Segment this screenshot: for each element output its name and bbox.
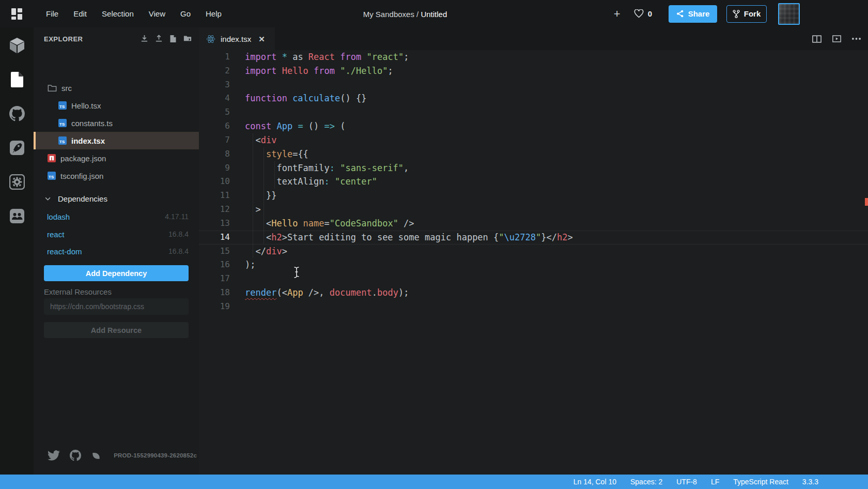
- rail-live-button[interactable]: [8, 207, 26, 225]
- build-id: PROD-1552990439-2620852c: [114, 452, 197, 459]
- tree-item-index-tsx[interactable]: TS index.tsx: [34, 132, 199, 149]
- code-line[interactable]: 2import Hello from "./Hello";: [199, 64, 868, 78]
- line-number: 12: [199, 203, 230, 217]
- new-file-button[interactable]: [169, 35, 177, 43]
- dependency-version: 4.17.11: [165, 212, 189, 221]
- spectrum-icon: [91, 450, 101, 461]
- add-dependency-button[interactable]: Add Dependency: [44, 265, 189, 281]
- more-actions-button[interactable]: [852, 38, 861, 40]
- app-menu-icon[interactable]: [11, 8, 23, 20]
- tree-item-constants-ts[interactable]: TS constants.ts: [34, 114, 199, 132]
- code-line[interactable]: 12 >: [199, 203, 868, 217]
- share-icon: [676, 10, 684, 18]
- code-line[interactable]: 5: [199, 105, 868, 119]
- code-line[interactable]: 13 <Hello name="CodeSandbox" />: [199, 217, 868, 231]
- code-line[interactable]: 19: [199, 300, 868, 314]
- menu-go[interactable]: Go: [180, 9, 191, 18]
- code-line[interactable]: 7 <div: [199, 133, 868, 147]
- eol-setting[interactable]: LF: [711, 478, 719, 486]
- spectrum-link[interactable]: [91, 450, 101, 461]
- menu-view[interactable]: View: [149, 9, 165, 18]
- rail-project-info-button[interactable]: [8, 37, 26, 54]
- code-line[interactable]: 11 }}: [199, 189, 868, 203]
- external-resource-input[interactable]: [44, 298, 189, 315]
- indent-guide: [264, 147, 264, 244]
- language-mode[interactable]: TypeScript React: [733, 478, 788, 486]
- editor-pane: index.tsx ✕: [199, 27, 868, 475]
- line-text: );: [245, 258, 255, 272]
- menu-help[interactable]: Help: [206, 9, 222, 18]
- download-sandbox-button[interactable]: [141, 35, 148, 43]
- rail-github-button[interactable]: [8, 105, 26, 123]
- preview-window-icon: [832, 35, 841, 42]
- code-line[interactable]: 14 <h2>Start editing to see some magic h…: [199, 231, 868, 244]
- heart-icon: [634, 9, 644, 18]
- line-text: import Hello from "./Hello";: [245, 64, 393, 78]
- split-view-button[interactable]: [812, 35, 822, 43]
- twitter-link[interactable]: [48, 450, 60, 461]
- upload-sandbox-button[interactable]: [155, 35, 163, 43]
- menu-selection[interactable]: Selection: [102, 9, 134, 18]
- user-avatar[interactable]: [778, 3, 800, 25]
- tree-item-hello-tsx[interactable]: TS Hello.tsx: [34, 97, 199, 114]
- code-line[interactable]: 18render(<App />, document.body);: [199, 286, 868, 300]
- line-number: 10: [199, 175, 230, 189]
- indentation-setting[interactable]: Spaces: 2: [630, 478, 662, 486]
- dependency-lodash[interactable]: lodash 4.17.11: [34, 208, 199, 225]
- code-line[interactable]: 1import * as React from "react";: [199, 50, 868, 64]
- line-text: <div: [245, 133, 276, 147]
- github-link[interactable]: [70, 450, 81, 461]
- workspace: EXPLORER: [0, 27, 868, 475]
- like-count: 0: [648, 9, 652, 18]
- line-number: 8: [199, 147, 230, 161]
- line-number: 6: [199, 119, 230, 133]
- code-line[interactable]: 3: [199, 78, 868, 92]
- menu-edit[interactable]: Edit: [73, 9, 87, 18]
- tab-index-tsx[interactable]: index.tsx ✕: [199, 27, 275, 50]
- tab-bar: index.tsx ✕: [199, 27, 868, 50]
- new-sandbox-button[interactable]: +: [614, 8, 621, 20]
- download-icon: [141, 35, 148, 42]
- code-editor[interactable]: 1import * as React from "react";2import …: [199, 50, 868, 475]
- code-line[interactable]: 8 style={{: [199, 147, 868, 161]
- code-line[interactable]: 10 textAlign: "center": [199, 175, 868, 189]
- share-button[interactable]: Share: [669, 5, 717, 23]
- menu-bar: File Edit Selection View Go Help: [46, 9, 222, 18]
- tree-item-src[interactable]: src: [34, 79, 199, 97]
- users-icon: [9, 208, 25, 224]
- dependency-react-dom[interactable]: react-dom 16.8.4: [34, 242, 199, 260]
- dependency-react[interactable]: react 16.8.4: [34, 225, 199, 243]
- tree-item-package-json[interactable]: package.json: [34, 149, 199, 167]
- line-number: 4: [199, 91, 230, 105]
- rocket-icon: [9, 140, 25, 156]
- menu-file[interactable]: File: [46, 9, 58, 18]
- dependencies-section-header[interactable]: Dependencies: [34, 191, 199, 206]
- fork-button[interactable]: Fork: [726, 5, 767, 23]
- line-text: </div>: [245, 244, 287, 258]
- rail-settings-button[interactable]: [8, 173, 26, 191]
- line-text: import * as React from "react";: [245, 50, 409, 64]
- breadcrumb[interactable]: My Sandboxes / Untitled: [363, 9, 447, 18]
- line-text: <h2>Start editing to see some magic happ…: [245, 231, 573, 244]
- typescript-file-icon: TS: [58, 119, 67, 127]
- dependency-version: 16.8.4: [168, 247, 189, 255]
- line-text: fontFamily: "sans-serif",: [245, 161, 409, 175]
- like-button[interactable]: 0: [634, 9, 652, 18]
- line-number: 13: [199, 217, 230, 231]
- open-preview-button[interactable]: [832, 35, 841, 42]
- encoding-setting[interactable]: UTF-8: [676, 478, 697, 486]
- code-line[interactable]: 9 fontFamily: "sans-serif",: [199, 161, 868, 175]
- tree-item-tsconfig-json[interactable]: TS tsconfig.json: [34, 167, 199, 185]
- code-line[interactable]: 15 </div>: [199, 244, 868, 258]
- rail-deployment-button[interactable]: [8, 139, 26, 157]
- tab-close-icon[interactable]: ✕: [258, 35, 265, 43]
- cursor-position[interactable]: Ln 14, Col 10: [574, 478, 616, 486]
- code-line[interactable]: 6const App = () => (: [199, 119, 868, 133]
- rail-files-button[interactable]: [8, 71, 26, 88]
- share-label: Share: [688, 9, 710, 18]
- line-text: const App = () => (: [245, 119, 346, 133]
- tab-actions: [812, 35, 868, 43]
- add-resource-button[interactable]: Add Resource: [44, 322, 189, 338]
- new-folder-button[interactable]: [183, 35, 192, 43]
- code-line[interactable]: 4function calculate() {}: [199, 91, 868, 105]
